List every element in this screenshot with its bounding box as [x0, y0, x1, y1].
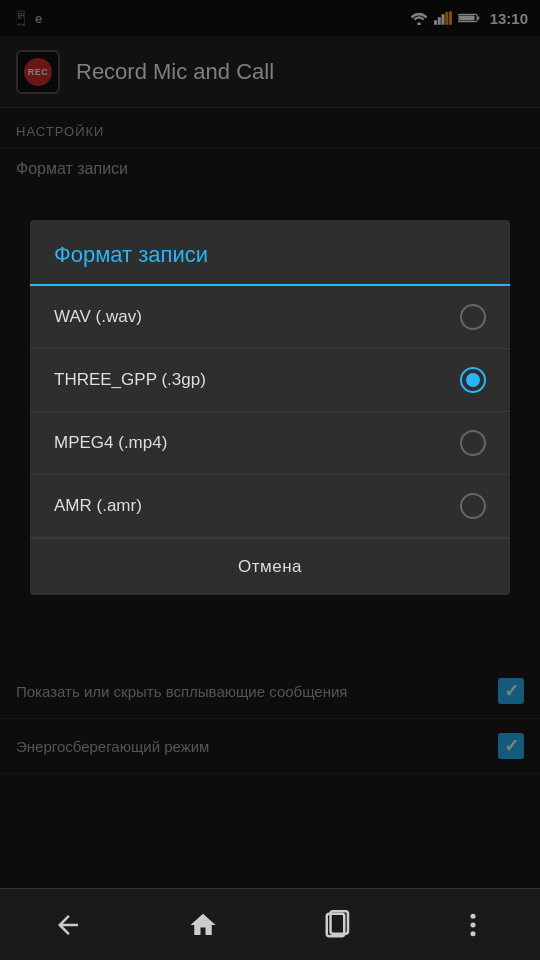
option-3gp-label: THREE_GPP (.3gp)	[54, 370, 206, 390]
home-icon	[188, 910, 218, 940]
nav-more-button[interactable]	[405, 889, 540, 960]
nav-back-button[interactable]	[0, 889, 135, 960]
radio-mp4[interactable]	[460, 430, 486, 456]
back-icon	[53, 910, 83, 940]
radio-amr[interactable]	[460, 493, 486, 519]
more-icon	[458, 910, 488, 940]
recents-icon	[323, 910, 353, 940]
svg-point-13	[470, 931, 475, 936]
radio-3gp[interactable]	[460, 367, 486, 393]
radio-inner-3gp	[466, 373, 480, 387]
nav-home-button[interactable]	[135, 889, 270, 960]
option-mp4-label: MPEG4 (.mp4)	[54, 433, 167, 453]
cancel-label: Отмена	[238, 557, 302, 577]
option-amr-label: AMR (.amr)	[54, 496, 142, 516]
nav-bar	[0, 888, 540, 960]
option-wav[interactable]: WAV (.wav)	[30, 286, 510, 349]
svg-point-12	[470, 922, 475, 927]
option-amr[interactable]: AMR (.amr)	[30, 475, 510, 538]
option-3gp[interactable]: THREE_GPP (.3gp)	[30, 349, 510, 412]
option-wav-label: WAV (.wav)	[54, 307, 142, 327]
nav-recents-button[interactable]	[270, 889, 405, 960]
format-dialog: Формат записи WAV (.wav) THREE_GPP (.3gp…	[30, 220, 510, 595]
radio-wav[interactable]	[460, 304, 486, 330]
dialog-title: Формат записи	[30, 220, 510, 286]
svg-point-11	[470, 913, 475, 918]
option-mp4[interactable]: MPEG4 (.mp4)	[30, 412, 510, 475]
cancel-button[interactable]: Отмена	[30, 538, 510, 595]
